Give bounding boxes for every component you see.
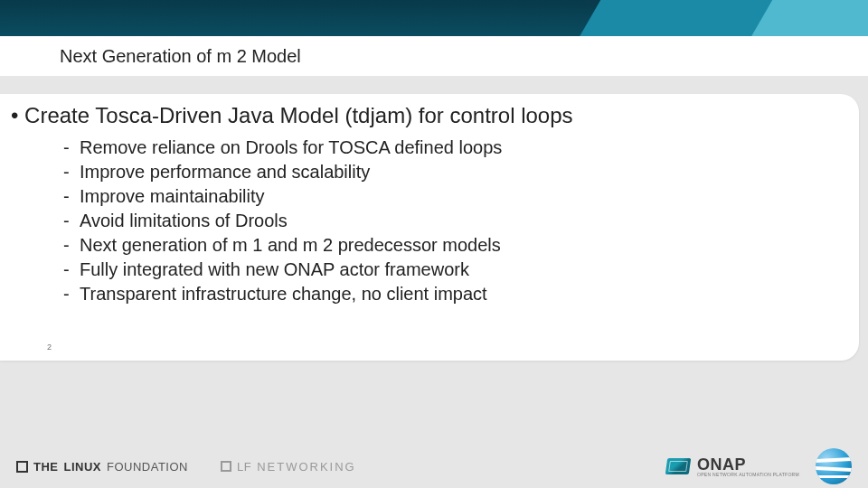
sub-bullet-list: Remove reliance on Drools for TOSCA defi… — [11, 136, 839, 306]
lf-networking-logo: LF NETWORKING — [221, 460, 356, 474]
list-item: Improve maintainability — [63, 184, 839, 209]
lf-main: LINUX — [64, 460, 102, 474]
lf-suffix: FOUNDATION — [107, 460, 188, 474]
onap-tagline: OPEN NETWORK AUTOMATION PLATFORM — [697, 473, 799, 477]
onap-mark-icon — [665, 458, 692, 474]
list-item: Transparent infrastructure change, no cl… — [63, 282, 839, 306]
content-card: Create Tosca-Driven Java Model (tdjam) f… — [0, 94, 859, 361]
title-bar: Next Generation of m 2 Model — [0, 36, 868, 76]
list-item: Improve performance and scalability — [63, 160, 839, 184]
footer-right-logos: ONAP OPEN NETWORK AUTOMATION PLATFORM — [666, 448, 852, 484]
footer-left-logos: THE LINUX FOUNDATION LF NETWORKING — [16, 460, 356, 474]
lfn-suffix: NETWORKING — [257, 460, 356, 474]
header-band: Next Generation of m 2 Model — [0, 0, 868, 76]
page-number: 2 — [47, 343, 52, 352]
globe-stripe — [816, 475, 852, 478]
list-item: Remove reliance on Drools for TOSCA defi… — [63, 136, 839, 160]
list-item: Avoid limitations of Drools — [63, 209, 839, 233]
main-bullet: Create Tosca-Driven Java Model (tdjam) f… — [11, 103, 839, 128]
onap-text: ONAP OPEN NETWORK AUTOMATION PLATFORM — [697, 456, 799, 477]
lf-square-icon — [16, 461, 28, 473]
lfn-square-icon — [221, 461, 231, 472]
list-item: Fully integrated with new ONAP actor fra… — [63, 258, 839, 282]
lf-prefix: THE — [33, 460, 59, 474]
att-globe-icon — [816, 448, 852, 484]
onap-name: ONAP — [697, 456, 799, 473]
linux-foundation-logo: THE LINUX FOUNDATION — [16, 460, 188, 474]
slide-title: Next Generation of m 2 Model — [60, 46, 301, 67]
footer: THE LINUX FOUNDATION LF NETWORKING ONAP … — [0, 445, 868, 488]
list-item: Next generation of m 1 and m 2 predecess… — [63, 233, 839, 258]
onap-logo: ONAP OPEN NETWORK AUTOMATION PLATFORM — [666, 456, 799, 477]
lfn-prefix: LF — [237, 460, 251, 474]
